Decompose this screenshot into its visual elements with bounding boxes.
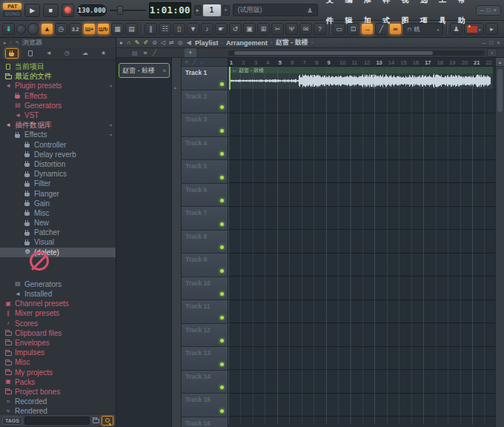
browser-item-dynamics[interactable]: Dynamics bbox=[0, 169, 116, 179]
track-mute-led[interactable] bbox=[220, 152, 224, 156]
browser-item-my-projects[interactable]: My projects bbox=[0, 367, 116, 377]
tags-search-input[interactable] bbox=[24, 417, 90, 425]
toolbar-button-typing-keyboard-to-piano[interactable]: ⇓ bbox=[2, 23, 15, 35]
browser-item-clipboard-files[interactable]: Clipboard files bbox=[0, 328, 116, 338]
toolbar-button-cut[interactable]: ✂ bbox=[271, 23, 284, 35]
track-mute-led[interactable] bbox=[220, 339, 224, 342]
master-volume-knob[interactable] bbox=[16, 24, 26, 34]
toolbar-button-plugin-picker[interactable]: ☷ bbox=[159, 23, 171, 35]
grid-background[interactable] bbox=[228, 67, 495, 425]
toolbar-button-help[interactable]: ? bbox=[314, 23, 326, 35]
track-mute-led[interactable] bbox=[220, 129, 224, 133]
track-header-7[interactable]: Track 7... bbox=[182, 207, 228, 231]
track-options[interactable]: ... bbox=[199, 294, 207, 297]
search-button[interactable] bbox=[102, 416, 113, 426]
magnet-icon[interactable]: ∩ bbox=[127, 40, 131, 46]
audio-clip-header[interactable]: ↔ 赵雷 - 鼓楼 bbox=[229, 67, 493, 73]
playlist-close-button[interactable]: × bbox=[497, 39, 500, 46]
track-header-16[interactable]: Track 16... bbox=[182, 417, 228, 427]
track-options[interactable]: ... bbox=[199, 107, 207, 110]
close-icon[interactable]: ✕ bbox=[185, 59, 189, 65]
browser-presets-tab[interactable]: ◄ bbox=[42, 48, 56, 59]
record-button[interactable] bbox=[62, 4, 74, 17]
toolbar-button-typing-keyboard[interactable]: ▤ bbox=[125, 23, 138, 35]
track-mute-led[interactable] bbox=[220, 316, 224, 320]
toolbar-button-record-audio[interactable]: ♪ bbox=[201, 23, 213, 35]
scroll-right-button[interactable]: › bbox=[487, 48, 497, 57]
browser-item-misc[interactable]: Misc bbox=[0, 357, 116, 367]
browser-item-插件数据库[interactable]: ◄插件数据库▾ bbox=[0, 120, 116, 130]
snap-selector[interactable]: ∩线▸ bbox=[403, 23, 443, 35]
track-mute-led[interactable] bbox=[220, 269, 224, 273]
browser-item-recorded[interactable]: ≈Recorded bbox=[0, 397, 116, 406]
playlist-minimize-button[interactable]: – bbox=[483, 39, 485, 46]
pencil-icon[interactable]: ✎ bbox=[135, 40, 140, 46]
minimize-button[interactable]: – bbox=[480, 7, 483, 14]
track-mute-led[interactable] bbox=[220, 385, 224, 389]
track-header-11[interactable]: Track 11... bbox=[182, 300, 228, 324]
browser-up-icon[interactable]: ↑ bbox=[10, 40, 13, 45]
toolbar-button-metronome[interactable]: ▲ bbox=[41, 23, 53, 35]
toolbar-button-step-editing[interactable]: ▦ bbox=[111, 23, 124, 35]
track-options[interactable]: ... bbox=[199, 248, 207, 251]
track-options[interactable]: ... bbox=[199, 318, 207, 321]
stop-button[interactable]: ■ bbox=[43, 4, 59, 17]
picker-audio-tab[interactable]: ≈ bbox=[144, 50, 147, 56]
browser-menu-arrow[interactable]: ▸ bbox=[4, 40, 7, 46]
delete-icon[interactable]: ⊘ bbox=[152, 40, 157, 46]
toolbar-button-slide-tool[interactable]: ╱ bbox=[375, 23, 388, 35]
track-mute-led[interactable] bbox=[220, 245, 224, 249]
toolbar-button-video-player[interactable]: ⊡ bbox=[347, 23, 359, 35]
picker-audio-clip-item[interactable]: 赵雷 - 鼓楼 ≈ bbox=[119, 63, 170, 78]
track-options[interactable]: ... bbox=[199, 178, 207, 181]
track-header-15[interactable]: Track 15... bbox=[182, 394, 228, 417]
toolbar-button-wait-for-input[interactable]: ◷ bbox=[55, 23, 67, 35]
track-header-3[interactable]: Track 3... bbox=[182, 113, 228, 137]
slip-icon[interactable]: ⇄ bbox=[169, 40, 174, 46]
browser-item-gain[interactable]: Gain bbox=[0, 199, 116, 208]
pattern-mode-button[interactable]: PAT bbox=[3, 3, 21, 10]
track-header-4[interactable]: Track 4... bbox=[182, 137, 228, 161]
browser-files-tab[interactable] bbox=[24, 48, 37, 59]
browser-item-patcher[interactable]: Patcher bbox=[0, 228, 116, 237]
browser-item-generators[interactable]: ▤Generators bbox=[0, 101, 116, 110]
track-header-8[interactable]: Track 8... bbox=[182, 231, 228, 254]
track-header-1[interactable]: Track 1... bbox=[182, 67, 228, 90]
toolbar-button-blend-recording[interactable]: Ш+ bbox=[83, 23, 96, 35]
track-options[interactable]: ... bbox=[199, 201, 207, 204]
track-header-13[interactable]: Track 13... bbox=[182, 347, 228, 371]
picker-scroll-up-icon[interactable]: ▴ bbox=[174, 85, 176, 90]
track-mute-led[interactable] bbox=[220, 222, 224, 226]
browser-item-envelopes[interactable]: Envelopes bbox=[0, 338, 116, 348]
master-pitch-knob[interactable] bbox=[27, 23, 39, 35]
browser-item-channel-presets[interactable]: ▣Channel presets bbox=[0, 299, 116, 308]
zoom-icon[interactable]: ◎ bbox=[178, 40, 183, 46]
track-options[interactable]: ... bbox=[199, 85, 207, 87]
toolbar-button-save[interactable]: ▣ bbox=[243, 23, 256, 35]
toolbar-button-open-project[interactable]: ▼ bbox=[187, 23, 199, 35]
browser-item-generators[interactable]: ▤Generators bbox=[0, 279, 116, 289]
browser-item-packs[interactable]: ▣Packs bbox=[0, 377, 116, 387]
shuffle-slider[interactable] bbox=[110, 5, 146, 16]
track-header-5[interactable]: Track 5... bbox=[182, 160, 228, 184]
browser-item-visual[interactable]: Visual bbox=[0, 237, 116, 247]
browser-back-icon[interactable]: ↰ bbox=[15, 40, 19, 46]
window-menu-arrow[interactable]: ▸ bbox=[120, 40, 123, 46]
playlist-grid[interactable]: 12345678910111213141516171819202122 ↔ 赵雷… bbox=[228, 58, 495, 427]
vscroll-thumb[interactable] bbox=[497, 69, 503, 112]
browser-item-installed[interactable]: ◄Installed bbox=[0, 289, 116, 299]
track-mute-led[interactable] bbox=[220, 176, 224, 179]
folder-icon[interactable] bbox=[93, 419, 99, 423]
hscroll-thumb[interactable] bbox=[234, 51, 433, 55]
breadcrumb-playlist[interactable]: Playlist bbox=[195, 39, 219, 47]
browser-item-mixer-presets[interactable]: ∥Mixer presets bbox=[0, 308, 116, 318]
picker-patterns-tab[interactable]: ▤ bbox=[132, 50, 138, 56]
browser-item-当前项目[interactable]: 当前项目 bbox=[0, 62, 116, 71]
add-track-tab[interactable]: + bbox=[185, 48, 196, 57]
toolbar-button-new-project[interactable]: ▯ bbox=[173, 23, 185, 35]
track-mute-led[interactable] bbox=[220, 82, 224, 86]
track-header-9[interactable]: Track 9... bbox=[182, 254, 228, 277]
toolbar-button-link-controllers[interactable]: ∞ bbox=[389, 23, 402, 35]
language-selector[interactable]: ▸ bbox=[464, 23, 484, 35]
browser-cloud-tab[interactable]: ☁ bbox=[79, 48, 92, 59]
